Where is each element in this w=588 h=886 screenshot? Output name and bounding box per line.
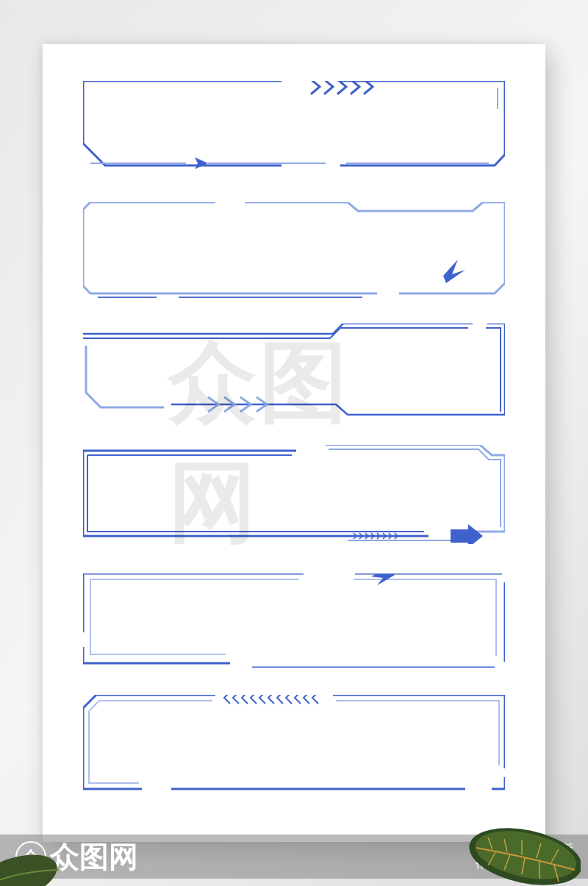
tech-frame-1 (83, 81, 505, 176)
tech-frame-3 (83, 324, 505, 419)
tech-frame-4 (83, 445, 505, 544)
leaf-right-icon (456, 812, 581, 886)
design-canvas: 众图网 (43, 44, 545, 842)
tech-frame-6 (83, 695, 505, 794)
leaf-left-icon (0, 835, 81, 886)
tech-frame-5 (83, 574, 505, 668)
tech-frame-2 (83, 202, 505, 298)
svg-point-2 (0, 846, 63, 886)
